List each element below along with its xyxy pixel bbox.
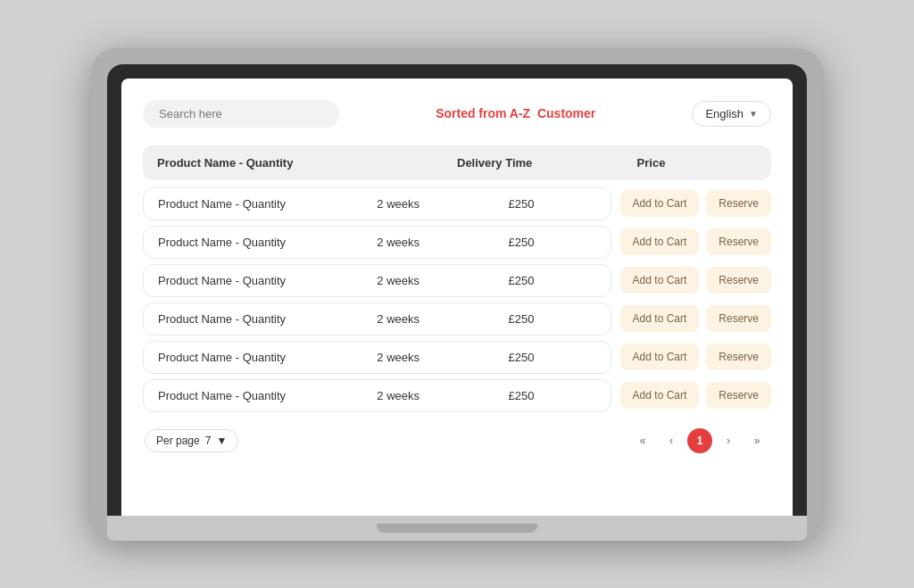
product-card: Product Name - Quantity 2 weeks £250 bbox=[143, 379, 611, 412]
per-page-value: 7 bbox=[205, 435, 212, 447]
product-name: Product Name - Quantity bbox=[158, 351, 377, 364]
product-name: Product Name - Quantity bbox=[158, 389, 377, 402]
chevron-down-icon: ▼ bbox=[216, 435, 227, 447]
delivery-time: 2 weeks bbox=[377, 236, 508, 249]
col-header-price: Price bbox=[637, 156, 757, 170]
product-card: Product Name - Quantity 2 weeks £250 bbox=[143, 226, 611, 259]
add-to-cart-button[interactable]: Add to Cart bbox=[620, 382, 700, 409]
product-name: Product Name - Quantity bbox=[158, 197, 377, 211]
product-card: Product Name - Quantity 2 weeks £250 bbox=[143, 187, 611, 220]
prev-page-button[interactable]: ‹ bbox=[659, 428, 684, 453]
last-page-button[interactable]: » bbox=[744, 428, 769, 453]
add-to-cart-button[interactable]: Add to Cart bbox=[620, 305, 700, 332]
row-actions: Add to Cart Reserve bbox=[620, 190, 771, 217]
delivery-time: 2 weeks bbox=[377, 312, 508, 326]
per-page-selector[interactable]: Per page 7 ▼ bbox=[145, 429, 238, 452]
product-card: Product Name - Quantity 2 weeks £250 bbox=[143, 264, 611, 297]
laptop-frame: Sorted from A-Z Customer English ▼ Produ… bbox=[91, 48, 823, 541]
table-row: Product Name - Quantity 2 weeks £250 Add… bbox=[143, 264, 771, 297]
col-header-delivery: Delivery Time bbox=[457, 156, 637, 170]
product-name: Product Name - Quantity bbox=[158, 312, 377, 326]
sort-highlight: Customer bbox=[537, 106, 595, 120]
next-page-button[interactable]: › bbox=[716, 428, 741, 453]
delivery-time: 2 weeks bbox=[377, 197, 508, 211]
per-page-label: Per page bbox=[156, 435, 200, 447]
reserve-button[interactable]: Reserve bbox=[706, 190, 771, 217]
product-card: Product Name - Quantity 2 weeks £250 bbox=[143, 341, 611, 374]
reserve-button[interactable]: Reserve bbox=[706, 344, 771, 370]
search-input[interactable] bbox=[143, 100, 339, 128]
language-selector[interactable]: English ▼ bbox=[692, 101, 771, 127]
delivery-time: 2 weeks bbox=[377, 351, 508, 364]
row-actions: Add to Cart Reserve bbox=[620, 267, 771, 294]
product-card: Product Name - Quantity 2 weeks £250 bbox=[143, 302, 611, 335]
delivery-time: 2 weeks bbox=[377, 389, 508, 402]
app-header: Sorted from A-Z Customer English ▼ bbox=[143, 100, 771, 128]
add-to-cart-button[interactable]: Add to Cart bbox=[620, 190, 700, 217]
sort-label: Sorted from A-Z Customer bbox=[436, 106, 595, 120]
add-to-cart-button[interactable]: Add to Cart bbox=[620, 228, 700, 255]
add-to-cart-button[interactable]: Add to Cart bbox=[620, 267, 700, 294]
product-price: £250 bbox=[509, 389, 596, 402]
reserve-button[interactable]: Reserve bbox=[706, 228, 771, 255]
reserve-button[interactable]: Reserve bbox=[706, 305, 771, 332]
product-price: £250 bbox=[509, 274, 596, 287]
product-price: £250 bbox=[509, 197, 596, 211]
sort-text: Sorted from A-Z bbox=[436, 106, 530, 120]
product-price: £250 bbox=[509, 236, 596, 249]
reserve-button[interactable]: Reserve bbox=[706, 382, 771, 409]
screen-content: Sorted from A-Z Customer English ▼ Produ… bbox=[121, 79, 793, 516]
language-label: English bbox=[705, 107, 744, 120]
chevron-down-icon: ▼ bbox=[749, 109, 758, 119]
add-to-cart-button[interactable]: Add to Cart bbox=[620, 344, 700, 370]
table-row: Product Name - Quantity 2 weeks £250 Add… bbox=[143, 341, 771, 374]
laptop-base bbox=[107, 516, 807, 541]
table-row: Product Name - Quantity 2 weeks £250 Add… bbox=[143, 379, 771, 412]
pagination-bar: Per page 7 ▼ « ‹ 1 › » bbox=[143, 428, 771, 453]
product-list: Product Name - Quantity 2 weeks £250 Add… bbox=[143, 187, 771, 412]
current-page-button[interactable]: 1 bbox=[687, 428, 712, 453]
row-actions: Add to Cart Reserve bbox=[620, 228, 771, 255]
laptop-notch bbox=[377, 524, 537, 533]
delivery-time: 2 weeks bbox=[377, 274, 508, 287]
product-name: Product Name - Quantity bbox=[158, 274, 377, 287]
product-name: Product Name - Quantity bbox=[158, 236, 377, 249]
row-actions: Add to Cart Reserve bbox=[620, 344, 771, 370]
table-row: Product Name - Quantity 2 weeks £250 Add… bbox=[143, 226, 771, 259]
product-price: £250 bbox=[509, 351, 596, 364]
screen-bezel: Sorted from A-Z Customer English ▼ Produ… bbox=[107, 64, 807, 516]
col-header-name: Product Name - Quantity bbox=[157, 156, 457, 170]
first-page-button[interactable]: « bbox=[630, 428, 655, 453]
row-actions: Add to Cart Reserve bbox=[620, 305, 771, 332]
table-row: Product Name - Quantity 2 weeks £250 Add… bbox=[143, 187, 771, 220]
table-row: Product Name - Quantity 2 weeks £250 Add… bbox=[143, 302, 771, 335]
table-header: Product Name - Quantity Delivery Time Pr… bbox=[143, 145, 771, 180]
reserve-button[interactable]: Reserve bbox=[706, 267, 771, 294]
pagination-controls: « ‹ 1 › » bbox=[630, 428, 769, 453]
row-actions: Add to Cart Reserve bbox=[620, 382, 771, 409]
product-price: £250 bbox=[509, 312, 596, 326]
